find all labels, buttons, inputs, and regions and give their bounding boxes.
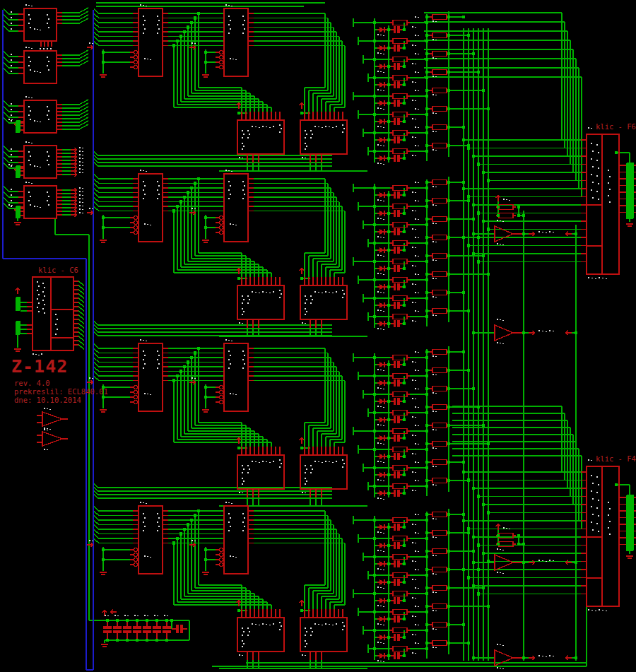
ic-symbol[interactable] xyxy=(24,8,57,41)
capacitor-symbol[interactable] xyxy=(397,435,400,442)
capacitor-symbol[interactable] xyxy=(153,626,161,629)
resistor-symbol[interactable] xyxy=(432,549,447,554)
capacitor-symbol[interactable] xyxy=(397,379,400,387)
resistor-symbol[interactable] xyxy=(432,309,447,314)
capacitor-symbol[interactable] xyxy=(103,626,112,629)
capacitor-symbol[interactable] xyxy=(394,155,396,162)
capacitor-symbol[interactable] xyxy=(397,81,400,88)
capacitor-symbol[interactable] xyxy=(394,302,396,309)
diode-symbol[interactable] xyxy=(379,64,384,69)
diode-symbol[interactable] xyxy=(379,616,384,622)
diode-symbol[interactable] xyxy=(379,192,384,198)
ic-symbol[interactable] xyxy=(139,506,163,574)
resistor-symbol[interactable] xyxy=(393,647,407,652)
resistor-symbol[interactable] xyxy=(393,186,407,191)
inverter-symbol[interactable] xyxy=(495,226,513,242)
driver-ic-symbol[interactable] xyxy=(300,618,347,652)
resistor-symbol[interactable] xyxy=(432,387,447,391)
resistor-symbol[interactable] xyxy=(499,542,513,547)
capacitor-symbol[interactable] xyxy=(394,416,396,423)
driver-ic-symbol[interactable] xyxy=(300,120,347,154)
capacitor-symbol[interactable] xyxy=(143,630,151,633)
driver-ic-symbol[interactable] xyxy=(237,285,284,319)
capacitor-symbol[interactable] xyxy=(176,625,179,633)
resistor-symbol[interactable] xyxy=(432,586,447,591)
capacitor-symbol[interactable] xyxy=(397,283,400,290)
diode-symbol[interactable] xyxy=(379,321,384,326)
capacitor-symbol[interactable] xyxy=(143,626,151,629)
capacitor-symbol[interactable] xyxy=(397,652,400,659)
driver-ic-symbol[interactable] xyxy=(300,455,347,489)
capacitor-symbol[interactable] xyxy=(397,63,400,70)
diode-symbol[interactable] xyxy=(379,100,384,106)
diode-symbol[interactable] xyxy=(379,302,384,308)
resistor-symbol[interactable] xyxy=(432,125,447,130)
resistor-symbol[interactable] xyxy=(393,466,407,471)
diode-symbol[interactable] xyxy=(379,266,384,271)
diode-symbol[interactable] xyxy=(379,561,384,567)
capacitor-symbol[interactable] xyxy=(123,630,131,633)
resistor-symbol[interactable] xyxy=(393,447,407,452)
capacitor-symbol[interactable] xyxy=(180,625,183,633)
capacitor-symbol[interactable] xyxy=(397,471,400,478)
capacitor-symbol[interactable] xyxy=(397,524,400,531)
resistor-symbol[interactable] xyxy=(432,143,447,148)
capacitor-symbol[interactable] xyxy=(394,26,396,33)
resistor-symbol[interactable] xyxy=(393,149,407,154)
capacitor-symbol[interactable] xyxy=(397,398,400,405)
diode-symbol[interactable] xyxy=(379,635,384,640)
inverter-symbol[interactable] xyxy=(495,325,513,341)
capacitor-symbol[interactable] xyxy=(397,361,400,368)
resistor-symbol[interactable] xyxy=(393,555,407,560)
capacitor-symbol[interactable] xyxy=(394,490,396,497)
ic-symbol[interactable] xyxy=(139,8,163,76)
resistor-symbol[interactable] xyxy=(393,223,407,228)
resistor-symbol[interactable] xyxy=(432,623,447,627)
diode-symbol[interactable] xyxy=(379,27,384,33)
resistor-symbol[interactable] xyxy=(393,241,407,246)
diode-symbol[interactable] xyxy=(379,380,384,386)
resistor-symbol[interactable] xyxy=(432,604,447,609)
capacitor-symbol[interactable] xyxy=(133,626,141,629)
capacitor-symbol[interactable] xyxy=(394,379,396,387)
resistor-network[interactable] xyxy=(16,297,20,311)
driver-ic-symbol[interactable] xyxy=(300,285,347,319)
capacitor-symbol[interactable] xyxy=(397,45,400,52)
capacitor-symbol[interactable] xyxy=(103,630,112,633)
resistor-network[interactable] xyxy=(16,165,20,178)
capacitor-symbol[interactable] xyxy=(397,416,400,423)
resistor-symbol[interactable] xyxy=(393,610,407,615)
diode-symbol[interactable] xyxy=(379,229,384,235)
resistor-symbol[interactable] xyxy=(432,442,447,447)
spare-gate-symbol[interactable] xyxy=(42,412,62,426)
diode-symbol[interactable] xyxy=(379,472,384,478)
capacitor-symbol[interactable] xyxy=(394,435,396,442)
resistor-symbol[interactable] xyxy=(432,254,447,259)
capacitor-symbol[interactable] xyxy=(394,191,396,199)
capacitor-symbol[interactable] xyxy=(394,265,396,272)
capacitor-symbol[interactable] xyxy=(394,560,396,567)
resistor-symbol[interactable] xyxy=(432,272,447,277)
capacitor-symbol[interactable] xyxy=(397,560,400,567)
resistor-symbol[interactable] xyxy=(432,88,447,93)
resistor-symbol[interactable] xyxy=(432,70,447,75)
capacitor-symbol[interactable] xyxy=(397,302,400,309)
resistor-symbol[interactable] xyxy=(432,478,447,483)
capacitor-symbol[interactable] xyxy=(397,191,400,199)
resistor-symbol[interactable] xyxy=(393,94,407,99)
resistor-symbol[interactable] xyxy=(393,536,407,541)
resistor-symbol[interactable] xyxy=(393,591,407,596)
ic-symbol[interactable] xyxy=(24,51,57,83)
resistor-symbol[interactable] xyxy=(432,350,447,355)
resistor-symbol[interactable] xyxy=(393,112,407,117)
capacitor-symbol[interactable] xyxy=(153,630,161,633)
resistor-symbol[interactable] xyxy=(432,460,447,465)
capacitor-symbol[interactable] xyxy=(397,155,400,162)
resistor-network[interactable] xyxy=(16,321,20,335)
resistor-symbol[interactable] xyxy=(393,518,407,523)
capacitor-symbol[interactable] xyxy=(394,136,396,143)
capacitor-symbol[interactable] xyxy=(123,626,131,629)
schematic-canvas[interactable]: Z-142 rev. 4.0 prekreslil: ECL840.01 dne… xyxy=(0,0,636,672)
capacitor-symbol[interactable] xyxy=(394,63,396,70)
resistor-symbol[interactable] xyxy=(393,259,407,264)
